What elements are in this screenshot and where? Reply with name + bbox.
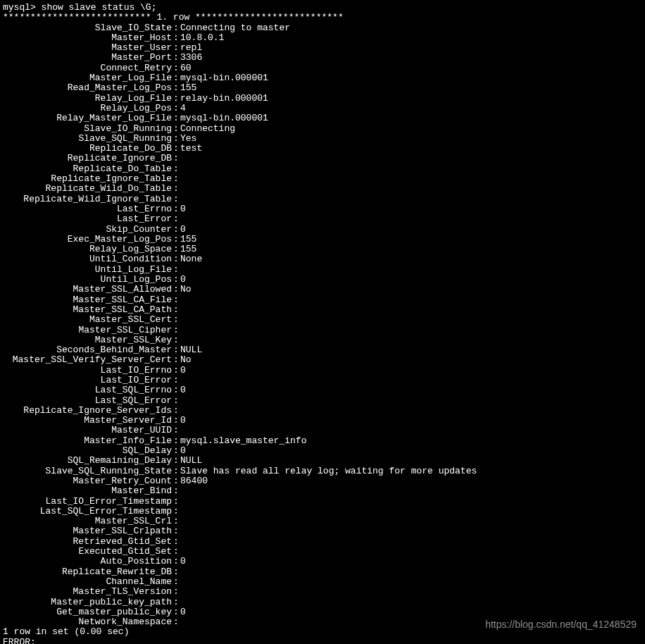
status-row: Relay_Log_File:relay-bin.000001 — [3, 94, 642, 104]
status-colon: : — [173, 557, 179, 566]
status-colon: : — [173, 376, 179, 385]
status-colon: : — [173, 174, 179, 184]
status-key: Connect_Retry — [3, 63, 173, 73]
status-key: Last_Errno — [3, 204, 173, 214]
status-colon: : — [173, 194, 179, 204]
status-key: Master_SSL_Cipher — [3, 326, 173, 335]
status-colon: : — [173, 43, 179, 53]
status-value — [179, 547, 180, 557]
status-colon: : — [173, 154, 179, 163]
status-value: 0 — [179, 385, 186, 395]
status-row: Slave_IO_Running:Connecting — [3, 124, 642, 134]
status-colon: : — [173, 235, 179, 244]
status-value: No — [179, 285, 192, 295]
status-colon: : — [173, 295, 179, 305]
status-colon: : — [173, 416, 179, 426]
status-value: 3306 — [179, 53, 202, 63]
status-row: Master_User:repl — [3, 43, 642, 53]
status-row: Last_SQL_Error: — [3, 396, 642, 406]
status-colon: : — [173, 315, 179, 325]
status-key: Last_IO_Error — [3, 376, 173, 385]
status-row: Relay_Log_Pos:4 — [3, 104, 642, 113]
status-value: None — [179, 254, 202, 264]
status-row: Until_Log_Pos:0 — [3, 275, 642, 285]
status-value: NULL — [179, 345, 202, 355]
status-value — [179, 426, 180, 435]
status-row: Skip_Counter:0 — [3, 225, 642, 235]
status-colon: : — [173, 63, 179, 73]
status-value — [179, 396, 180, 406]
status-value: 155 — [179, 83, 196, 93]
status-colon: : — [173, 385, 179, 395]
status-key: Master_SSL_Cert — [3, 315, 173, 325]
status-value: Connecting — [179, 124, 235, 134]
status-value — [179, 214, 180, 224]
status-colon: : — [173, 53, 179, 63]
status-row: Retrieved_Gtid_Set: — [3, 537, 642, 547]
status-row: Replicate_Rewrite_DB: — [3, 567, 642, 577]
status-colon: : — [173, 184, 179, 194]
status-colon: : — [173, 406, 179, 416]
status-colon: : — [173, 516, 179, 526]
status-row: Slave_SQL_Running:Yes — [3, 134, 642, 144]
status-value: No — [179, 355, 192, 365]
status-value: test — [179, 144, 202, 154]
status-key: Replicate_Ignore_Table — [3, 174, 173, 184]
status-value: mysql-bin.000001 — [179, 73, 268, 83]
status-row: Replicate_Wild_Do_Table: — [3, 184, 642, 194]
status-colon: : — [173, 104, 179, 113]
status-value — [179, 326, 180, 335]
status-key: Replicate_Rewrite_DB — [3, 567, 173, 577]
status-key: Slave_IO_Running — [3, 124, 173, 134]
status-value: 86400 — [179, 476, 208, 486]
status-colon: : — [173, 547, 179, 557]
status-row: Read_Master_Log_Pos:155 — [3, 83, 642, 93]
status-value — [179, 174, 180, 184]
status-row: Relay_Master_Log_File:mysql-bin.000001 — [3, 113, 642, 123]
status-value — [179, 295, 180, 305]
status-row: Master_SSL_Cipher: — [3, 326, 642, 335]
status-value: 4 — [179, 104, 186, 113]
status-value: 10.8.0.1 — [179, 33, 224, 43]
status-value — [179, 537, 180, 547]
status-key: Master_TLS_Version — [3, 587, 173, 597]
status-row: Master_TLS_Version: — [3, 587, 642, 597]
status-value: 0 — [179, 557, 186, 566]
status-key: Slave_IO_State — [3, 23, 173, 33]
status-value — [179, 486, 180, 496]
status-key: Until_Condition — [3, 254, 173, 264]
status-colon: : — [173, 456, 179, 466]
status-key: Skip_Counter — [3, 225, 173, 235]
status-row: Master_public_key_path: — [3, 597, 642, 607]
status-key: Master_Log_File — [3, 73, 173, 83]
status-colon: : — [173, 507, 179, 516]
status-value — [179, 497, 180, 507]
status-key: Master_User — [3, 43, 173, 53]
status-colon: : — [173, 164, 179, 174]
status-key: Replicate_Ignore_Server_Ids — [3, 406, 173, 416]
status-row: Replicate_Ignore_DB: — [3, 154, 642, 163]
status-value — [179, 305, 180, 315]
status-row: Master_SSL_Cert: — [3, 315, 642, 325]
status-colon: : — [173, 225, 179, 235]
status-value — [179, 164, 180, 174]
status-colon: : — [173, 305, 179, 315]
status-colon: : — [173, 285, 179, 295]
status-row: Master_SSL_Key: — [3, 335, 642, 345]
status-colon: : — [173, 607, 179, 617]
mysql-prompt-line: mysql> show slave status \G; — [3, 3, 642, 13]
status-value — [179, 597, 180, 607]
status-row: Executed_Gtid_Set: — [3, 547, 642, 557]
status-colon: : — [173, 73, 179, 83]
terminal-output[interactable]: mysql> show slave status \G; ***********… — [3, 3, 642, 644]
status-row: Until_Condition:None — [3, 254, 642, 264]
status-key: Slave_SQL_Running — [3, 134, 173, 144]
status-key: Auto_Position — [3, 557, 173, 566]
status-colon: : — [173, 486, 179, 496]
status-value — [179, 184, 180, 194]
status-row: Replicate_Do_Table: — [3, 164, 642, 174]
status-row: Master_Port:3306 — [3, 53, 642, 63]
status-row: Channel_Name: — [3, 577, 642, 587]
status-key: Slave_SQL_Running_State — [3, 466, 173, 476]
status-key: Seconds_Behind_Master — [3, 345, 173, 355]
